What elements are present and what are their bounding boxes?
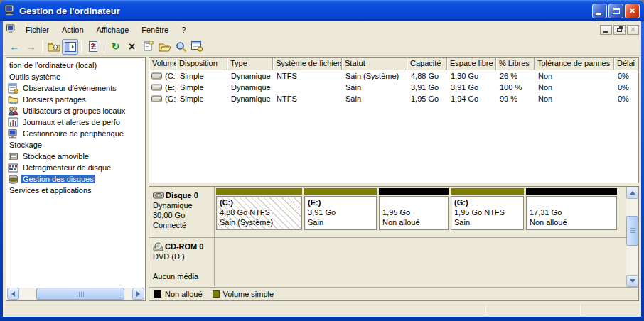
legend-bar: Non alloué Volume simple [149,287,638,300]
menu-fichier[interactable]: Fichier [19,24,55,36]
tree-item-system-tools[interactable]: Outils système [6,71,145,82]
volume-row-e[interactable]: (E:) Simple Dynamique Sain 3,91 Go 3,91 … [149,82,638,93]
open-folder-button[interactable] [156,39,173,55]
tree-item-disk-defragmenter[interactable]: Défragmenteur de disque [6,162,145,173]
menubar: Fichier Action Affichage Fenêtre ? × [3,21,641,38]
console-tree-pane: tion de l'ordinateur (local) Outils syst… [6,57,146,301]
disk0-info[interactable]: Disque 0 Dynamique 30,00 Go Connecté [149,187,215,237]
titlebar[interactable]: Gestion de l'ordinateur × [0,0,644,21]
toolbar-separator [81,40,82,53]
forward-icon: → [26,41,36,52]
close-button[interactable]: × [625,4,640,18]
menu-action[interactable]: Action [55,24,90,36]
tree-item-storage[interactable]: Stockage [6,139,145,151]
scroll-down-icon [630,279,635,285]
column-header-tolerance[interactable]: Tolérance de pannes [535,58,614,70]
drive-icon [151,72,162,80]
close-icon: × [626,4,639,18]
drive-icon [151,95,162,102]
open-folder-icon [159,42,171,52]
tree-horizontal-scrollbar[interactable] [7,288,144,300]
app-icon [4,4,16,17]
column-header-pct-libres[interactable]: % Libres [496,58,535,70]
mdi-restore-button[interactable] [613,25,626,35]
tree-item-shared-folders[interactable]: Dossiers partagés [6,94,145,105]
scroll-up-button[interactable] [626,187,638,199]
unallocated-region-1[interactable]: 1,95 Go Non alloué [379,188,449,237]
up-folder-button[interactable] [45,39,62,55]
tree-item-removable-storage[interactable]: Stockage amovible [6,151,145,162]
column-header-disposition[interactable]: Disposition [176,58,227,70]
volume-row-g[interactable]: (G:) Simple Dynamique NTFS Sain 1,95 Go … [149,93,638,104]
scroll-thumb[interactable] [626,216,638,246]
forward-button[interactable]: → [23,39,39,55]
cdrom0-type: DVD (D:) [153,251,214,261]
main-area: tion de l'ordinateur (local) Outils syst… [3,57,641,301]
refresh-button[interactable]: ↻ [107,39,124,55]
partition-g[interactable]: (G:) 1,95 Go NTFS Sain [451,188,524,237]
column-header-espace-libre[interactable]: Espace libre [447,58,496,70]
mdi-child-icon [6,24,16,36]
scroll-up-icon [630,188,635,195]
column-header-volume[interactable]: Volume [149,58,176,70]
scroll-thumb[interactable] [36,288,124,300]
column-header-filesystem[interactable]: Système de fichiers [273,58,342,70]
tree-item-device-manager[interactable]: Gestionnaire de périphérique [6,128,145,139]
toggle-console-tree-button[interactable] [62,39,78,55]
back-button[interactable]: ← [6,39,23,55]
cdrom0-status: Aucun média [153,271,214,281]
legend-swatch-unallocated [154,290,161,298]
window-title: Gestion de l'ordinateur [19,6,591,16]
status-bar-divider [580,305,581,315]
unallocated-2-color-bar [526,188,617,195]
scroll-right-button[interactable] [132,288,144,300]
partition-c-color-bar [216,188,302,195]
unallocated-1-color-bar [379,188,449,195]
tree-item-event-viewer[interactable]: Observateur d'événements [6,82,145,94]
scroll-track[interactable] [626,199,638,275]
partition-c[interactable]: (C:) 4,88 Go NTFS Sain (Système) [216,188,302,237]
menu-aide[interactable]: ? [175,24,192,36]
scroll-right-icon [136,291,143,297]
mdi-close-icon: × [628,25,638,33]
cdrom-icon [153,242,163,251]
mdi-minimize-button[interactable] [600,25,612,35]
menu-fenetre[interactable]: Fenêtre [135,24,175,36]
volume-row-c[interactable]: (C:) Simple Dynamique NTFS Sain (Système… [149,70,638,82]
scroll-left-icon [9,291,15,297]
column-header-type[interactable]: Type [227,58,273,70]
cdrom0-info[interactable]: CD-ROM 0 DVD (D:) Aucun média [149,238,215,286]
column-header-delai[interactable]: Délai [614,58,638,70]
details-pane: Volume Disposition Type Système de fichi… [149,57,639,301]
tree-item-disk-management[interactable]: Gestion des disques [6,173,145,185]
tree-item-services-applications[interactable]: Services et applications [6,185,145,196]
graph-vertical-scrollbar[interactable] [626,187,638,287]
tree-item-performance-logs[interactable]: Journaux et alertes de perfo [6,116,145,128]
search-button[interactable] [173,39,189,55]
menu-affichage[interactable]: Affichage [90,24,136,36]
partition-e[interactable]: (E:) 3,91 Go Sain [304,188,377,237]
maximize-icon [613,8,620,14]
properties-icon [143,41,154,52]
scroll-down-button[interactable] [626,275,638,287]
maximize-button[interactable] [608,4,623,18]
scroll-left-button[interactable] [7,288,19,300]
disk-icon [153,191,164,200]
scroll-track[interactable] [19,288,132,300]
column-header-statut[interactable]: Statut [342,58,407,70]
refresh-icon: ↻ [112,41,120,52]
tree-item-local-users-groups[interactable]: Utilisateurs et groupes locaux [6,105,145,116]
column-header-capacite[interactable]: Capacité [407,58,447,70]
graphical-view: Disque 0 Dynamique 30,00 Go Connecté [149,186,639,301]
minimize-button[interactable] [592,4,607,18]
help-button[interactable]: ? [85,39,101,55]
delete-button[interactable]: × [124,39,140,55]
partition-g-color-bar [451,188,524,195]
mdi-close-button: × [627,25,639,35]
up-folder-icon [48,41,60,52]
properties-button[interactable] [140,39,156,55]
tree-item-computer-management[interactable]: tion de l'ordinateur (local) [6,60,145,71]
unallocated-region-2[interactable]: 17,31 Go Non alloué [526,188,617,237]
console-settings-button[interactable] [189,39,205,55]
volume-list: Volume Disposition Type Système de fichi… [149,57,639,183]
